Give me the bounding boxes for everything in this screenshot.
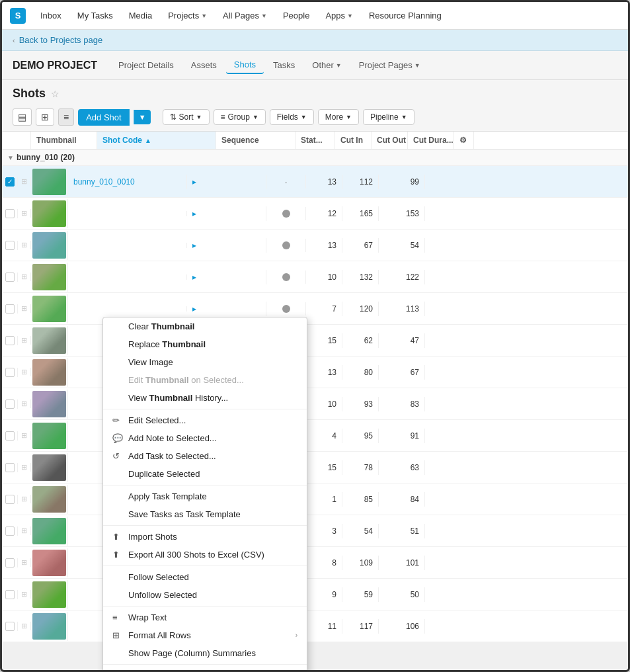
breadcrumb-link[interactable]: Back to Projects page [19, 35, 102, 45]
menu-item-save-tasks-as-task-template[interactable]: Save Tasks as Task Template [103, 505, 307, 523]
row-checkbox[interactable] [2, 273, 18, 282]
menu-item-add-task-to-selected-[interactable]: ↺Add Task to Selected... [103, 447, 307, 465]
row-thumbnail[interactable] [31, 358, 68, 387]
row-sequence[interactable]: ▸ [187, 270, 266, 284]
more-button[interactable]: More ▼ [318, 109, 359, 125]
tab-assets[interactable]: Assets [183, 57, 225, 73]
group-button[interactable]: ≡ Group ▼ [214, 109, 266, 125]
table-row[interactable]: ⊞ ▸ 10 93 83 [2, 388, 628, 420]
favorite-star-icon[interactable]: ☆ [51, 89, 59, 99]
tab-tasks[interactable]: Tasks [265, 57, 303, 73]
table-row[interactable]: ⊞ ▸ 9 59 50 [2, 579, 628, 610]
row-sequence[interactable]: ▸ [187, 238, 266, 253]
row-thumbnail[interactable] [31, 517, 68, 546]
nav-apps[interactable]: Apps ▼ [319, 8, 360, 23]
row-checkbox[interactable] [2, 336, 18, 345]
row-thumbnail[interactable] [31, 548, 68, 577]
add-shot-dropdown-button[interactable]: ▼ [134, 110, 151, 124]
th-settings[interactable]: ⚙ [454, 132, 474, 149]
menu-item-clear-thumbnail[interactable]: Clear Thumbnail [103, 317, 307, 335]
tab-project-details[interactable]: Project Details [110, 57, 182, 73]
table-row[interactable]: ⊞ ▸ 1 85 84 [2, 483, 628, 515]
nav-people[interactable]: People [276, 8, 316, 23]
th-cutin[interactable]: Cut In [335, 132, 372, 149]
menu-item-add-note-to-selected-[interactable]: 💬Add Note to Selected... [103, 429, 307, 447]
row-shotcode[interactable] [68, 243, 187, 248]
table-row[interactable]: ⊞ ▸ 15 78 63 [2, 452, 628, 483]
nav-my-tasks[interactable]: My Tasks [71, 8, 120, 23]
group-toggle-icon[interactable]: ▼ [7, 154, 14, 161]
menu-item-after-effects-cc[interactable]: After Effects CC› [103, 667, 307, 672]
add-shot-button[interactable]: Add Shot [78, 109, 130, 126]
row-shotcode[interactable] [68, 211, 187, 216]
th-shotcode[interactable]: Shot Code ▲ [97, 132, 216, 149]
tab-shots[interactable]: Shots [226, 56, 264, 74]
row-shotcode[interactable]: bunny_010_0010 [68, 175, 187, 189]
row-checkbox[interactable] [2, 558, 18, 567]
row-checkbox[interactable] [2, 526, 18, 536]
row-thumbnail[interactable] [31, 485, 68, 514]
menu-item-apply-task-template[interactable]: Apply Task Template [103, 487, 307, 505]
table-row[interactable]: ⊞ ▸ 4 95 91 [2, 420, 628, 452]
th-cutout[interactable]: Cut Out [372, 132, 408, 149]
table-row[interactable]: ⊞ ▸ 3 54 51 [2, 515, 628, 547]
row-checkbox[interactable] [2, 368, 18, 377]
row-thumbnail[interactable] [31, 199, 68, 228]
row-checkbox[interactable] [2, 304, 18, 314]
menu-item-follow-selected[interactable]: Follow Selected [103, 568, 307, 586]
row-thumbnail[interactable] [31, 231, 68, 260]
row-checkbox[interactable] [2, 431, 18, 441]
table-row[interactable]: ⊞ ▸ 12 165 153 [2, 198, 628, 230]
nav-resource-planning[interactable]: Resource Planning [362, 8, 448, 23]
row-thumbnail[interactable] [31, 612, 68, 641]
row-thumbnail[interactable] [31, 390, 68, 419]
table-row[interactable]: ⊞ ▸ 15 62 47 [2, 325, 628, 357]
row-checkbox[interactable] [2, 399, 18, 409]
nav-media[interactable]: Media [122, 8, 159, 23]
menu-item-format-all-rows[interactable]: ⊞Format All Rows› [103, 626, 307, 644]
menu-item-import-shots[interactable]: ⬆Import Shots [103, 528, 307, 546]
row-sequence[interactable]: ▸ [187, 302, 266, 316]
view-grid-icon[interactable]: ⊞ [36, 108, 54, 126]
row-checkbox[interactable] [2, 209, 18, 218]
row-thumbnail[interactable] [31, 326, 68, 355]
table-row[interactable]: ⊞ ▸ 10 132 122 [2, 261, 628, 293]
table-row[interactable]: ⊞ ▸ 13 80 67 [2, 357, 628, 388]
menu-item-edit-selected-[interactable]: ✏Edit Selected... [103, 411, 307, 429]
nav-inbox[interactable]: Inbox [34, 8, 68, 23]
fields-button[interactable]: Fields ▼ [270, 109, 314, 125]
row-checkbox[interactable] [2, 463, 18, 472]
row-thumbnail[interactable] [31, 453, 68, 482]
row-thumbnail[interactable] [31, 263, 68, 292]
table-row[interactable]: ⊞ ▸ 8 109 101 [2, 547, 628, 579]
row-sequence[interactable]: ▸ [187, 175, 266, 189]
th-cutdura[interactable]: Cut Dura... [408, 132, 454, 149]
row-checkbox[interactable] [2, 495, 18, 504]
table-row[interactable]: ⊞ ▸ 7 120 113 [2, 293, 628, 325]
sort-button[interactable]: ⇅ Sort ▼ [163, 109, 210, 125]
menu-item-view-thumbnail-history-[interactable]: View Thumbnail History... [103, 389, 307, 407]
row-checkbox[interactable] [2, 241, 18, 250]
table-row[interactable]: ✓ ⊞ bunny_010_0010 ▸ - 13 112 99 [2, 166, 628, 198]
menu-item-unfollow-selected[interactable]: Unfollow Selected [103, 586, 307, 604]
pipeline-button[interactable]: Pipeline ▼ [363, 109, 414, 125]
menu-item-export-all-300-shots-to-excel-csv-[interactable]: ⬆Export All 300 Shots to Excel (CSV) [103, 546, 307, 564]
row-thumbnail[interactable] [31, 580, 68, 609]
menu-item-show-page-column-summaries[interactable]: Show Page (Column) Summaries [103, 644, 307, 662]
row-thumbnail[interactable] [31, 294, 68, 323]
tab-project-pages[interactable]: Project Pages ▼ [351, 57, 428, 73]
menu-item-view-image[interactable]: View Image [103, 353, 307, 371]
row-shotcode[interactable] [68, 274, 187, 280]
view-detail-icon[interactable]: ≡ [58, 108, 74, 126]
nav-all-pages[interactable]: All Pages ▼ [216, 8, 274, 23]
menu-item-duplicate-selected[interactable]: Duplicate Selected [103, 465, 307, 483]
nav-projects[interactable]: Projects ▼ [161, 8, 214, 23]
th-status[interactable]: Stat... [295, 132, 335, 149]
th-sequence[interactable]: Sequence [216, 132, 295, 149]
menu-item-replace-thumbnail[interactable]: Replace Thumbnail [103, 335, 307, 353]
row-sequence[interactable]: ▸ [187, 206, 266, 221]
row-thumbnail[interactable] [31, 421, 68, 450]
row-thumbnail[interactable] [31, 167, 68, 196]
row-shotcode[interactable] [68, 306, 187, 312]
view-list-icon[interactable]: ▤ [13, 108, 32, 126]
